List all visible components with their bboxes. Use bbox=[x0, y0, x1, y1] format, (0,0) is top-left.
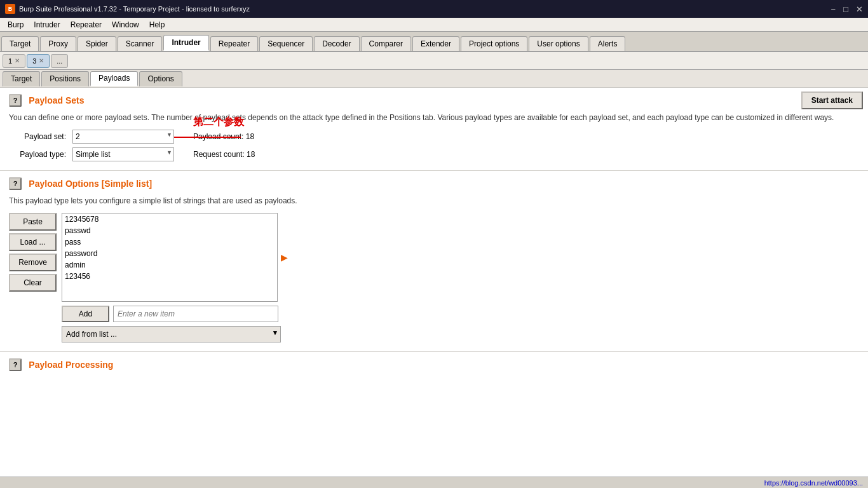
tab-alerts[interactable]: Alerts bbox=[590, 36, 626, 51]
sub-tabs-bar: 1 ✕ 3 ✕ ... bbox=[0, 52, 868, 70]
add-item-row: Add bbox=[62, 306, 859, 322]
tab-decoder[interactable]: Decoder bbox=[314, 36, 359, 51]
list-item[interactable]: password bbox=[62, 248, 277, 259]
payload-options-desc: This payload type lets you configure a s… bbox=[9, 195, 859, 207]
menu-help[interactable]: Help bbox=[144, 19, 170, 30]
add-button[interactable]: Add bbox=[62, 306, 109, 322]
intruder-tab-options[interactable]: Options bbox=[139, 71, 182, 86]
payload-listbox[interactable]: 12345678 passwd pass password admin 1234… bbox=[62, 213, 278, 302]
payload-count-label: Payload count: 18 bbox=[193, 132, 254, 141]
start-attack-area: Start attack bbox=[801, 92, 863, 109]
list-item[interactable]: admin bbox=[62, 259, 277, 271]
add-from-list-select[interactable]: Add from list ... bbox=[62, 326, 281, 342]
tab-user-options[interactable]: User options bbox=[529, 36, 588, 51]
payload-list-container: Paste Load ... Remove Clear 12345678 pas… bbox=[9, 213, 859, 302]
tab-repeater[interactable]: Repeater bbox=[210, 36, 258, 51]
payload-set-select-wrapper: 1 2 bbox=[72, 130, 174, 144]
payload-sets-help-icon[interactable]: ? bbox=[9, 94, 22, 107]
tab-target[interactable]: Target bbox=[1, 36, 39, 51]
payload-set-label: Payload set: bbox=[9, 132, 66, 141]
listbox-area: 12345678 passwd pass password admin 1234… bbox=[62, 213, 278, 302]
tab-sequencer[interactable]: Sequencer bbox=[259, 36, 313, 51]
app-icon: B bbox=[5, 4, 15, 14]
payload-processing-help-icon[interactable]: ? bbox=[9, 358, 22, 371]
request-count-label: Request count: 18 bbox=[193, 150, 255, 159]
list-item[interactable]: 123456 bbox=[62, 271, 277, 282]
sub-tab-3-close[interactable]: ✕ bbox=[39, 57, 44, 64]
sub-tab-1-label: 1 bbox=[8, 57, 12, 65]
close-button[interactable]: ✕ bbox=[856, 4, 863, 14]
sub-tab-1[interactable]: 1 ✕ bbox=[3, 54, 25, 68]
sub-tab-3[interactable]: 3 ✕ bbox=[27, 54, 50, 68]
intruder-tab-target[interactable]: Target bbox=[3, 71, 40, 86]
list-arrow-indicator: ▶ bbox=[281, 252, 288, 262]
payload-sets-title: Payload Sets bbox=[29, 95, 84, 105]
payload-processing-header: ? Payload Processing bbox=[9, 358, 859, 371]
status-bar: https://blog.csdn.net/wd00093... bbox=[0, 477, 868, 488]
payload-options-title: Payload Options [Simple list] bbox=[29, 179, 152, 189]
payload-type-select-wrapper: Simple list Runtime file Custom iterator bbox=[72, 147, 174, 161]
payload-options-help-icon[interactable]: ? bbox=[9, 177, 22, 190]
list-item[interactable]: 12345678 bbox=[62, 214, 277, 225]
remove-button[interactable]: Remove bbox=[9, 254, 57, 271]
tab-proxy[interactable]: Proxy bbox=[40, 36, 76, 51]
title-bar: B Burp Suite Professional v1.7.32 - Temp… bbox=[0, 0, 868, 18]
list-buttons: Paste Load ... Remove Clear bbox=[9, 213, 57, 302]
intruder-tab-payloads[interactable]: Payloads bbox=[90, 71, 138, 86]
tab-project-options[interactable]: Project options bbox=[461, 36, 527, 51]
menu-repeater[interactable]: Repeater bbox=[65, 19, 107, 30]
intruder-tabs: Target Positions Payloads Options bbox=[0, 70, 868, 88]
payload-type-select[interactable]: Simple list Runtime file Custom iterator bbox=[72, 147, 174, 161]
status-url: https://blog.csdn.net/wd00093... bbox=[764, 479, 863, 487]
payload-options-header: ? Payload Options [Simple list] bbox=[9, 177, 859, 190]
tab-extender[interactable]: Extender bbox=[412, 36, 459, 51]
maximize-button[interactable]: □ bbox=[843, 4, 848, 14]
tab-spider[interactable]: Spider bbox=[78, 36, 116, 51]
menu-window[interactable]: Window bbox=[107, 19, 144, 30]
payload-processing-section: ? Payload Processing bbox=[0, 352, 868, 377]
window-title: Burp Suite Professional v1.7.32 - Tempor… bbox=[19, 5, 250, 13]
tab-intruder[interactable]: Intruder bbox=[163, 35, 208, 51]
sub-tab-1-close[interactable]: ✕ bbox=[15, 57, 20, 64]
payload-set-row: Payload set: 1 2 Payload count: 18 bbox=[9, 130, 859, 144]
sub-tab-more[interactable]: ... bbox=[51, 54, 68, 68]
paste-button[interactable]: Paste bbox=[9, 213, 57, 231]
payload-sets-section: ? Payload Sets You can define one or mor… bbox=[0, 88, 868, 171]
tab-scanner[interactable]: Scanner bbox=[118, 36, 163, 51]
menu-bar: Burp Intruder Repeater Window Help bbox=[0, 18, 868, 32]
intruder-tab-positions[interactable]: Positions bbox=[41, 71, 89, 86]
payload-sets-desc: You can define one or more payload sets.… bbox=[9, 112, 859, 123]
sub-tab-3-label: 3 bbox=[32, 57, 36, 65]
add-from-list-wrapper: Add from list ... ▼ bbox=[62, 326, 281, 342]
minimize-button[interactable]: − bbox=[831, 4, 836, 14]
main-tabs: Target Proxy Spider Scanner Intruder Rep… bbox=[0, 32, 868, 52]
payload-set-select[interactable]: 1 2 bbox=[72, 130, 174, 144]
payload-processing-title: Payload Processing bbox=[29, 360, 113, 370]
tab-comparer[interactable]: Comparer bbox=[361, 36, 411, 51]
payload-options-section: ? Payload Options [Simple list] This pay… bbox=[0, 171, 868, 352]
sub-tab-more-label: ... bbox=[57, 57, 62, 65]
payload-type-row: Payload type: Simple list Runtime file C… bbox=[9, 147, 859, 161]
add-from-list-row: Add from list ... ▼ bbox=[62, 326, 859, 342]
start-attack-button[interactable]: Start attack bbox=[801, 92, 863, 109]
list-item[interactable]: pass bbox=[62, 236, 277, 248]
add-item-input[interactable] bbox=[113, 306, 278, 322]
clear-button[interactable]: Clear bbox=[9, 274, 57, 292]
payload-type-label: Payload type: bbox=[9, 150, 66, 159]
menu-burp[interactable]: Burp bbox=[3, 19, 29, 30]
load-button[interactable]: Load ... bbox=[9, 233, 57, 251]
list-item[interactable]: passwd bbox=[62, 225, 277, 236]
payload-sets-header: ? Payload Sets bbox=[9, 94, 859, 107]
content-area: Start attack ? Payload Sets You can defi… bbox=[0, 88, 868, 477]
menu-intruder[interactable]: Intruder bbox=[29, 19, 65, 30]
